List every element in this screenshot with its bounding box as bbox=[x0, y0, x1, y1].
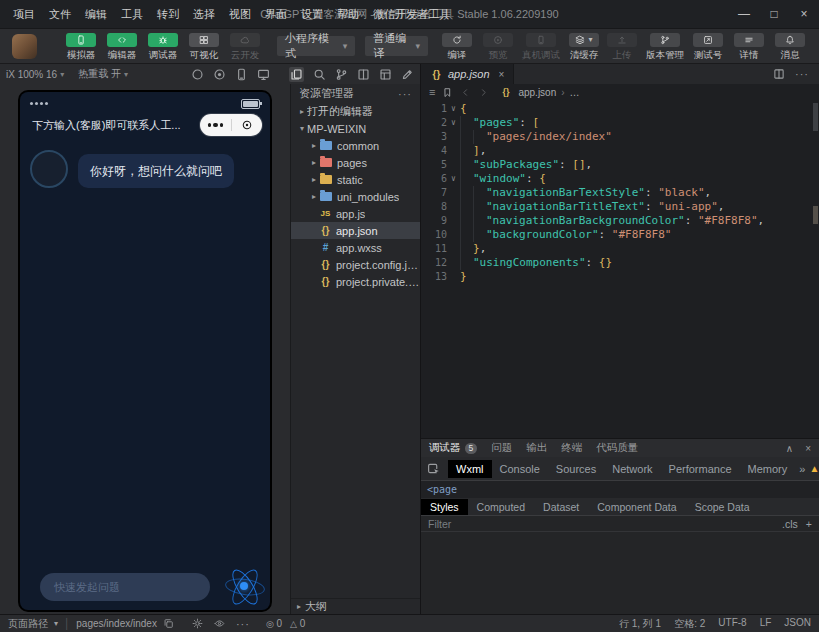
explorer-view-icon[interactable] bbox=[289, 67, 304, 82]
debugger-tab[interactable]: 代码质量 bbox=[596, 441, 638, 455]
more-icon[interactable]: ··· bbox=[398, 88, 412, 100]
toolbar-simulator-button[interactable]: 模拟器 bbox=[63, 33, 99, 60]
more-tabs-icon[interactable]: » bbox=[795, 463, 809, 475]
brightness-icon[interactable] bbox=[192, 618, 203, 629]
tree-item[interactable]: #app.wxss bbox=[291, 239, 420, 256]
toolbar-messages-button[interactable]: 消息 bbox=[771, 33, 809, 60]
menu-item[interactable]: 文件 bbox=[42, 7, 78, 22]
menu-item[interactable]: 转到 bbox=[150, 7, 186, 22]
tree-item[interactable]: {}project.config.json bbox=[291, 256, 420, 273]
toolbar-visualize-button[interactable]: 可视化 bbox=[186, 33, 222, 60]
tree-item[interactable]: {}project.private.config.js… bbox=[291, 273, 420, 290]
forward-icon[interactable] bbox=[478, 87, 489, 98]
eye-icon[interactable] bbox=[214, 618, 225, 629]
split-editor-icon[interactable] bbox=[773, 68, 785, 80]
status-item[interactable]: LF bbox=[760, 617, 772, 631]
toolbar-version-control-button[interactable]: 版本管理 bbox=[644, 33, 686, 60]
record-icon[interactable] bbox=[213, 68, 226, 81]
close-tab-icon[interactable]: × bbox=[499, 69, 505, 80]
tree-item[interactable]: ▸打开的编辑器 bbox=[291, 103, 420, 120]
menu-item[interactable]: 界面 bbox=[258, 7, 294, 22]
hot-reload-toggle[interactable]: 热重载 开 ▾ bbox=[78, 67, 128, 81]
devtools-tab[interactable]: Sources bbox=[548, 460, 604, 478]
debugger-tab[interactable]: 问题 bbox=[491, 441, 512, 455]
user-avatar[interactable] bbox=[12, 34, 37, 59]
cls-toggle[interactable]: .cls bbox=[782, 518, 798, 530]
mode-select[interactable]: 小程序模式 ▾ bbox=[277, 36, 355, 56]
status-item[interactable]: 空格: 2 bbox=[674, 617, 705, 631]
outline-section[interactable]: ▸ 大纲 bbox=[291, 598, 420, 614]
filter-input[interactable]: Filter bbox=[428, 518, 451, 530]
styles-tab[interactable]: Dataset bbox=[534, 499, 588, 515]
add-style-button[interactable]: + bbox=[806, 518, 812, 530]
bookmark-icon[interactable] bbox=[442, 87, 453, 98]
debugger-tab[interactable]: 终端 bbox=[561, 441, 582, 455]
hamburger-icon[interactable]: ≡ bbox=[429, 86, 435, 98]
device-select[interactable]: iX 100% 16 ▾ bbox=[6, 69, 64, 80]
split-view-icon[interactable] bbox=[357, 68, 370, 81]
toolbar-editor-button[interactable]: 编辑器 bbox=[104, 33, 140, 60]
warning-count[interactable]: △ 0 bbox=[290, 618, 305, 629]
inspect-element-icon[interactable] bbox=[427, 462, 440, 475]
tree-item[interactable]: ▾MP-WEIXIN bbox=[291, 120, 420, 137]
toolbar-compile-button[interactable]: 编译 bbox=[438, 33, 476, 60]
tree-item[interactable]: JSapp.js bbox=[291, 205, 420, 222]
menu-item[interactable]: 微信开发者工具 bbox=[366, 7, 457, 22]
refresh-simulator-icon[interactable] bbox=[191, 68, 204, 81]
menu-item[interactable]: 编辑 bbox=[78, 7, 114, 22]
close-panel-icon[interactable]: × bbox=[805, 443, 811, 454]
tree-item[interactable]: ▸pages bbox=[291, 154, 420, 171]
styles-tab[interactable]: Styles bbox=[421, 499, 468, 515]
warning-count[interactable]: ▲ 5 bbox=[809, 463, 819, 474]
debugger-tab[interactable]: 输出 bbox=[526, 441, 547, 455]
devtools-tab[interactable]: Console bbox=[492, 460, 548, 478]
tree-item[interactable]: ▸uni_modules bbox=[291, 188, 420, 205]
close-capsule-icon[interactable] bbox=[232, 119, 263, 131]
search-icon[interactable] bbox=[313, 68, 326, 81]
styles-tab[interactable]: Computed bbox=[468, 499, 534, 515]
tree-item[interactable]: ▸common bbox=[291, 137, 420, 154]
close-icon[interactable]: × bbox=[789, 0, 819, 28]
debugger-tab[interactable]: 调试器5 bbox=[429, 441, 477, 455]
status-item[interactable]: JSON bbox=[784, 617, 811, 631]
tree-item[interactable]: {}app.json bbox=[291, 222, 420, 239]
compile-select[interactable]: 普通编译 ▾ bbox=[365, 36, 428, 56]
minimize-icon[interactable]: — bbox=[729, 0, 759, 28]
status-item[interactable]: 行 1, 列 1 bbox=[619, 617, 661, 631]
layout-icon[interactable] bbox=[379, 68, 392, 81]
toolbar-debugger-button[interactable]: 调试器 bbox=[145, 33, 181, 60]
toolbar-test-account-button[interactable]: 测试号 bbox=[689, 33, 727, 60]
elements-tree[interactable]: <page bbox=[421, 481, 819, 498]
tree-item[interactable]: ▸static bbox=[291, 171, 420, 188]
toolbar-clear-cache-button[interactable]: ▾清缓存 bbox=[565, 33, 603, 60]
styles-tab[interactable]: Component Data bbox=[588, 499, 685, 515]
menu-item[interactable]: 工具 bbox=[114, 7, 150, 22]
phone-view-icon[interactable] bbox=[235, 68, 248, 81]
chat-input[interactable]: 快速发起问题 bbox=[40, 573, 210, 601]
git-icon[interactable] bbox=[335, 68, 348, 81]
toolbar-details-button[interactable]: 详情 bbox=[730, 33, 768, 60]
maximize-icon[interactable]: □ bbox=[759, 0, 789, 28]
error-count[interactable]: ◎ 0 bbox=[266, 618, 282, 629]
tab-app-json[interactable]: {} app.json × bbox=[421, 64, 514, 84]
more-icon[interactable]: ··· bbox=[795, 68, 809, 80]
more-menu-icon[interactable] bbox=[200, 123, 231, 128]
devtools-tab[interactable]: Network bbox=[604, 460, 660, 478]
copy-path-icon[interactable] bbox=[163, 618, 174, 629]
styles-tab[interactable]: Scope Data bbox=[686, 499, 759, 515]
scrollbar-thumb[interactable] bbox=[813, 103, 818, 131]
breadcrumb[interactable]: {} app.json › … bbox=[502, 87, 579, 98]
menu-item[interactable]: 设置 bbox=[294, 7, 330, 22]
menu-item[interactable]: 帮助 bbox=[330, 7, 366, 22]
devtools-tab[interactable]: Wxml bbox=[448, 460, 492, 478]
monitor-view-icon[interactable] bbox=[257, 68, 270, 81]
code-editor[interactable]: 1∨{2∨"pages": [3"pages/index/index"4],5"… bbox=[421, 100, 819, 438]
page-path-label[interactable]: 页面路径 bbox=[8, 617, 48, 631]
status-item[interactable]: UTF-8 bbox=[718, 617, 746, 631]
back-icon[interactable] bbox=[460, 87, 471, 98]
devtools-tab[interactable]: Memory bbox=[740, 460, 796, 478]
menu-item[interactable]: 视图 bbox=[222, 7, 258, 22]
collapse-panel-icon[interactable]: ∧ bbox=[786, 443, 793, 454]
theme-brush-icon[interactable] bbox=[401, 68, 414, 81]
menu-item[interactable]: 项目 bbox=[6, 7, 42, 22]
